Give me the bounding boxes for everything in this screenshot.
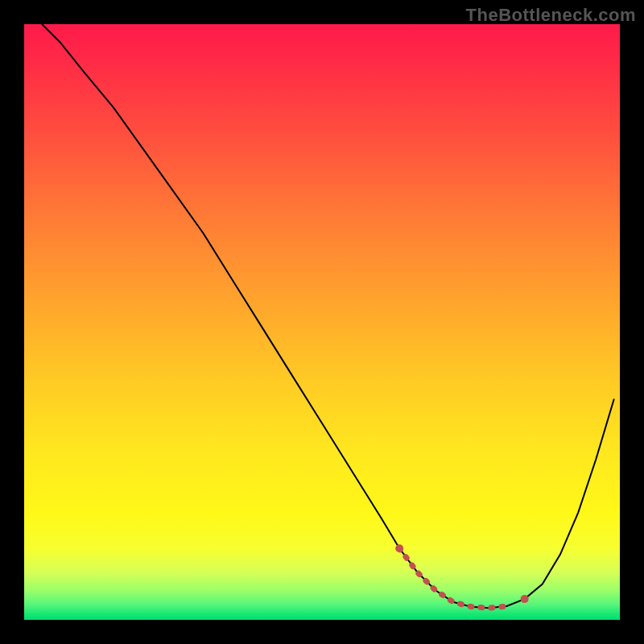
curve-svg: [24, 24, 620, 620]
bottleneck-curve-line: [42, 24, 613, 608]
chart-stage: TheBottleneck.com: [0, 0, 644, 644]
svg-point-1: [521, 595, 529, 603]
highlight-dots: [395, 544, 528, 608]
watermark-text: TheBottleneck.com: [466, 5, 636, 26]
svg-point-0: [395, 544, 403, 552]
plot-area: [24, 24, 620, 620]
